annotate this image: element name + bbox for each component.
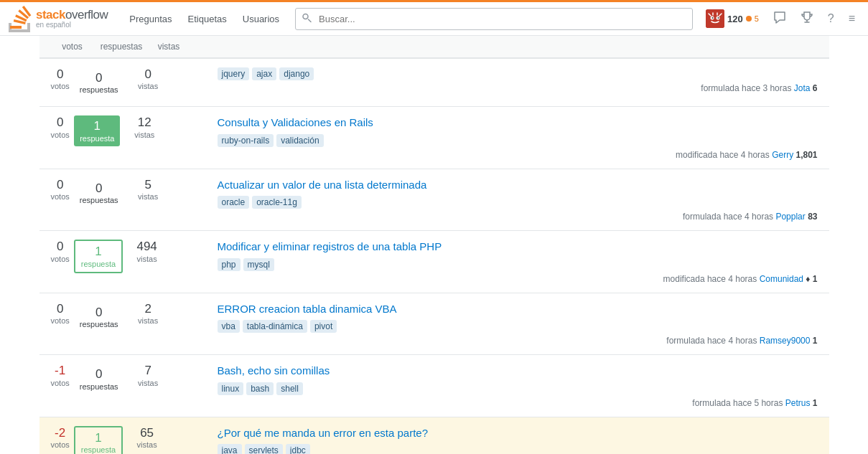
- user-link[interactable]: Comunidad: [760, 274, 803, 284]
- views-block: 65 vistas: [127, 426, 167, 449]
- question-body: Bash, echo sin comillas linuxbashshell f…: [218, 364, 818, 408]
- question-meta-row: modificada hace 4 horas Gerry 1,801: [218, 150, 818, 160]
- question-item: 0 votos 0 respuestas 2 vistas ERROR crea…: [39, 293, 829, 356]
- views-block: 7 vistas: [129, 364, 168, 387]
- nav-preguntas[interactable]: Preguntas: [122, 9, 179, 29]
- tag[interactable]: shell: [276, 382, 303, 395]
- tag[interactable]: pivot: [310, 320, 337, 333]
- views-label: vistas: [127, 255, 167, 263]
- tag[interactable]: validación: [276, 134, 323, 147]
- tag[interactable]: bash: [246, 382, 274, 395]
- tag[interactable]: tabla-dinámica: [243, 320, 307, 333]
- tag[interactable]: jdbc: [286, 444, 310, 454]
- question-item: -1 votos 0 respuestas 7 vistas Bash, ech…: [39, 355, 829, 417]
- nav-usuarios[interactable]: Usuarios: [235, 9, 286, 29]
- answer-box: 0 respuestas: [74, 364, 124, 394]
- header-right: 120 5 ? ≡: [701, 6, 859, 31]
- tag[interactable]: servlets: [245, 444, 283, 454]
- tags-area: jqueryajaxdjango: [218, 67, 818, 80]
- answer-label: respuestas: [80, 320, 118, 328]
- user-link[interactable]: Popplar: [775, 212, 805, 222]
- question-list: 0 votos 0 respuestas 0 vistas jqueryajax…: [39, 58, 829, 454]
- tag[interactable]: vba: [218, 320, 240, 333]
- tags-area: javaservletsjdbc: [218, 444, 818, 454]
- user-avatar-area[interactable]: 120 5: [701, 6, 763, 31]
- user-link[interactable]: Jota: [794, 83, 811, 93]
- question-title[interactable]: ERROR creacion tabla dinamica VBA: [218, 302, 818, 316]
- stats-row: -2 votos 1 respuesta 65 vistas: [51, 426, 209, 454]
- views-block: 0 vistas: [129, 67, 168, 90]
- answer-label: respuesta: [81, 445, 116, 454]
- question-item: 0 votos 1 respuesta 12 vistas Consulta y…: [39, 107, 829, 169]
- menu-icon[interactable]: ≡: [844, 8, 859, 29]
- answer-label: respuestas: [80, 85, 118, 94]
- tag[interactable]: linux: [218, 382, 244, 395]
- tag[interactable]: ruby-on-rails: [218, 134, 274, 147]
- svg-point-4: [717, 17, 719, 19]
- question-title[interactable]: Bash, echo sin comillas: [218, 364, 818, 378]
- votes-label: votos: [51, 131, 70, 139]
- question-meta-row: formulada hace 5 horas Petrus 1: [218, 398, 818, 408]
- tag[interactable]: php: [218, 258, 241, 271]
- answer-box: 1 respuesta: [74, 115, 120, 146]
- views-label: vistas: [127, 440, 167, 449]
- answer-label: respuesta: [81, 260, 116, 268]
- view-count: 494: [127, 240, 167, 254]
- logo-svg: [9, 6, 32, 32]
- nav-etiquetas[interactable]: Etiquetas: [181, 9, 234, 29]
- user-link[interactable]: Ramsey9000: [760, 336, 811, 346]
- question-title[interactable]: Consulta y Validaciones en Rails: [218, 115, 818, 130]
- question-title[interactable]: Actualizar un valor de una lista determi…: [218, 178, 818, 192]
- question-title[interactable]: Modificar y eliminar registros de una ta…: [218, 240, 818, 254]
- views-label: vistas: [129, 379, 168, 387]
- votes-label: votos: [51, 316, 70, 325]
- vote-count: 0: [51, 115, 70, 130]
- user-rep: 6: [813, 83, 818, 93]
- user-link[interactable]: Petrus: [785, 398, 811, 408]
- view-count: 12: [125, 115, 164, 130]
- views-block: 494 vistas: [127, 240, 167, 263]
- votes-block: 0 votos: [51, 178, 70, 201]
- tag[interactable]: oracle-11g: [252, 196, 302, 209]
- tag[interactable]: java: [218, 444, 242, 454]
- search-input[interactable]: [295, 8, 693, 30]
- answer-box: 0 respuestas: [74, 178, 124, 208]
- tag[interactable]: mysql: [243, 258, 274, 271]
- site-logo[interactable]: stackoverflow en español: [9, 6, 108, 32]
- question-meta-row: formulada hace 3 horas Jota 6: [218, 83, 818, 93]
- votes-block: 0 votos: [51, 67, 70, 90]
- user-rep: ♦ 1: [806, 274, 817, 284]
- question-body: Modificar y eliminar registros de una ta…: [218, 240, 818, 284]
- column-headers: votos respuestas vistas: [39, 36, 829, 58]
- views-block: 5 vistas: [129, 178, 168, 201]
- question-title[interactable]: ¿Por qué me manda un error en esta parte…: [218, 426, 818, 440]
- question-meta: modificada hace 4 horas Comunidad ♦ 1: [663, 274, 818, 284]
- user-link[interactable]: Gerry: [772, 150, 793, 160]
- question-item: 0 votos 0 respuestas 0 vistas jqueryajax…: [39, 59, 829, 107]
- question-meta-row: formulada hace 4 horas Popplar 83: [218, 212, 818, 222]
- view-count: 65: [127, 426, 167, 440]
- main-header: stackoverflow en español Preguntas Etiqu…: [0, 0, 868, 36]
- tag[interactable]: oracle: [218, 196, 250, 209]
- question-item: -2 votos 1 respuesta 65 vistas ¿Por qué …: [39, 417, 829, 454]
- answers-block: 1 respuesta: [74, 426, 123, 454]
- votes-label: votos: [51, 379, 70, 387]
- question-body: ERROR creacion tabla dinamica VBA vbatab…: [218, 302, 818, 346]
- chat-icon[interactable]: [769, 6, 790, 31]
- tag[interactable]: jquery: [218, 67, 250, 80]
- question-body: Consulta y Validaciones en Rails ruby-on…: [218, 115, 818, 160]
- votes-block: 0 votos: [51, 240, 70, 263]
- help-icon[interactable]: ?: [823, 8, 839, 29]
- votes-label: votos: [51, 82, 70, 90]
- user-rep: 1: [813, 398, 818, 408]
- answer-box: 0 respuestas: [74, 67, 124, 98]
- tag[interactable]: ajax: [252, 67, 276, 80]
- col-header-votos: votos: [51, 42, 94, 52]
- trophy-icon[interactable]: [796, 6, 818, 31]
- avatar: [706, 9, 724, 28]
- tag[interactable]: django: [279, 67, 314, 80]
- answers-block: 0 respuestas: [74, 67, 124, 98]
- vote-count: 0: [51, 67, 70, 82]
- question-body: Actualizar un valor de una lista determi…: [218, 178, 818, 222]
- question-meta: formulada hace 4 horas Ramsey9000 1: [666, 336, 817, 346]
